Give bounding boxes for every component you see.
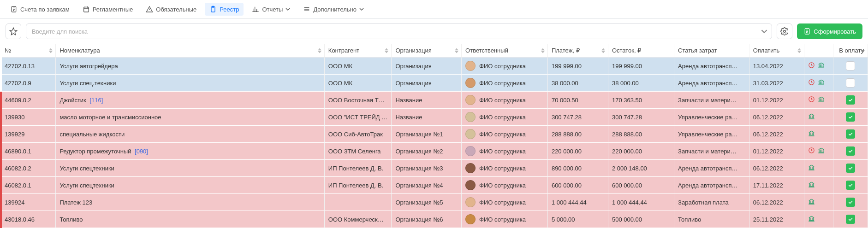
table-row[interactable]: 46082.0.1Услуги спецтехникиИП Понтелеев …: [1, 177, 868, 194]
col-remainder[interactable]: Остаток, ₽: [608, 44, 674, 58]
star-icon: [9, 27, 18, 35]
cell-remainder: 1 000 444.44: [608, 194, 674, 211]
cell-remainder: 500 000.00: [608, 211, 674, 228]
cell-responsible: ФИО сотрудника: [462, 109, 548, 126]
cell-responsible: ФИО сотрудника: [462, 92, 548, 109]
cell-no: 139924: [1, 194, 56, 211]
cell-payment: 38 000.00: [547, 75, 608, 92]
cell-no: 46890.0.1: [1, 143, 56, 160]
cell-payment: 600 000.00: [547, 177, 608, 194]
chevron-down-icon: [285, 7, 290, 12]
tab-registry[interactable]: Реестр: [205, 3, 244, 16]
cell-cost-item: Аренда автотрансп…: [674, 58, 749, 75]
responsible-name: ФИО сотрудника: [479, 199, 526, 206]
sort-icon: [455, 48, 458, 53]
cell-responsible: ФИО сотрудника: [462, 211, 548, 228]
avatar: [465, 61, 476, 71]
bank-icon: [818, 96, 825, 104]
tab-scheduled[interactable]: Регламентные: [78, 3, 138, 16]
cell-pay-date: 25.11.2022: [749, 211, 804, 228]
cell-responsible: ФИО сотрудника: [462, 160, 548, 177]
cell-pay-date: 17.11.2022: [749, 177, 804, 194]
cell-status-icons: [804, 160, 833, 177]
cell-to-pay: [833, 160, 868, 177]
col-payment[interactable]: Платеж, ₽: [547, 44, 608, 58]
to-pay-checkbox[interactable]: [846, 129, 855, 139]
tab-requests[interactable]: Счета по заявкам: [6, 3, 74, 16]
tab-reports[interactable]: Отчеты: [247, 3, 295, 16]
cell-remainder: 600 000.00: [608, 177, 674, 194]
table-row[interactable]: 46890.0.1Редуктор промежуточный [090]ООО…: [1, 143, 868, 160]
cell-nomenclature: Услуги спецтехники: [56, 160, 324, 177]
cell-cost-item: Запчасти и матери…: [674, 92, 749, 109]
cell-nomenclature: Услуги спецтехники: [56, 177, 324, 194]
tab-label: Регламентные: [93, 6, 133, 13]
generate-label: Сформировать: [814, 28, 856, 35]
sort-icon: [601, 48, 605, 53]
col-label: №: [5, 47, 11, 54]
to-pay-checkbox[interactable]: [846, 61, 855, 70]
table-row[interactable]: 42702.0.9Услуги спец.техникиООО МКОргани…: [1, 75, 868, 92]
table-row[interactable]: 139924Платеж 123Организация №5ФИО сотруд…: [1, 194, 868, 211]
tab-label: Отчеты: [262, 6, 283, 13]
col-organization[interactable]: Организация: [392, 44, 462, 58]
col-cost-item[interactable]: Статья затрат: [674, 44, 749, 58]
avatar: [465, 146, 476, 156]
toolbar: Сформировать: [0, 19, 868, 44]
col-label: В оплату: [839, 47, 864, 54]
cell-pay-date: 06.12.2022: [749, 160, 804, 177]
cell-nomenclature: Редуктор промежуточный [090]: [56, 143, 324, 160]
table-row[interactable]: 46082.0.2Услуги спецтехникиИП Понтелеев …: [1, 160, 868, 177]
to-pay-checkbox[interactable]: [846, 112, 855, 122]
cell-payment: 220 000.00: [547, 143, 608, 160]
cell-cost-item: Аренда автотрансп…: [674, 75, 749, 92]
cell-responsible: ФИО сотрудника: [462, 75, 548, 92]
cell-pay-date: 06.12.2022: [749, 194, 804, 211]
cell-organization: Организация №1: [392, 126, 462, 143]
tab-mandatory[interactable]: Обязательные: [141, 3, 201, 16]
cell-no: 46082.0.1: [1, 177, 56, 194]
col-no[interactable]: №: [1, 44, 56, 58]
col-contractor[interactable]: Контрагент: [324, 44, 392, 58]
bank-icon: [808, 130, 815, 138]
table-row[interactable]: 139930масло моторное и трансмиссионноеОО…: [1, 109, 868, 126]
cell-cost-item: Запчасти и матери…: [674, 143, 749, 160]
table-row[interactable]: 139929специальные жидкостиООО Сиб-АвтоТр…: [1, 126, 868, 143]
col-responsible[interactable]: Ответственный: [462, 44, 548, 58]
col-to-pay[interactable]: В оплату: [833, 44, 868, 58]
to-pay-checkbox[interactable]: [846, 181, 855, 190]
avatar: [465, 78, 476, 88]
to-pay-checkbox[interactable]: [846, 198, 855, 207]
search-input[interactable]: [26, 23, 772, 39]
to-pay-checkbox[interactable]: [846, 164, 855, 173]
to-pay-checkbox[interactable]: [846, 95, 855, 105]
table-row[interactable]: 42702.0.13Услуги автогрейдераООО МКОрган…: [1, 58, 868, 75]
cell-to-pay: [833, 109, 868, 126]
search-wrap: [26, 23, 772, 39]
to-pay-checkbox[interactable]: [846, 78, 855, 88]
cell-nomenclature: масло моторное и трансмиссионное: [56, 109, 324, 126]
to-pay-checkbox[interactable]: [846, 146, 855, 156]
cell-no: 139929: [1, 126, 56, 143]
cell-organization: Организация №2: [392, 143, 462, 160]
generate-button[interactable]: Сформировать: [797, 23, 862, 39]
avatar: [465, 95, 476, 105]
cell-responsible: ФИО сотрудника: [462, 126, 548, 143]
cell-no: 42702.0.9: [1, 75, 56, 92]
cell-organization: Организация: [392, 58, 462, 75]
col-label: Платеж, ₽: [552, 47, 580, 54]
col-nomenclature[interactable]: Номенклатура: [56, 44, 324, 58]
table-row[interactable]: 43018.0.46ТопливоООО Коммерческ…Организа…: [1, 211, 868, 228]
col-pay-date[interactable]: Оплатить: [749, 44, 804, 58]
to-pay-checkbox[interactable]: [846, 215, 855, 224]
tab-extra[interactable]: Дополнительно: [298, 3, 369, 16]
cell-remainder: 220 000.00: [608, 143, 674, 160]
cell-cost-item: Заработная плата: [674, 194, 749, 211]
favorite-button[interactable]: [6, 23, 21, 39]
settings-button[interactable]: [777, 23, 792, 39]
cell-organization: Организация №4: [392, 177, 462, 194]
cell-to-pay: [833, 211, 868, 228]
cell-cost-item: Управленческие ра…: [674, 109, 749, 126]
top-tabs: Счета по заявкам Регламентные Обязательн…: [0, 0, 868, 19]
table-row[interactable]: 44609.0.2Джойстик [116]ООО Восточная Т…Н…: [1, 92, 868, 109]
